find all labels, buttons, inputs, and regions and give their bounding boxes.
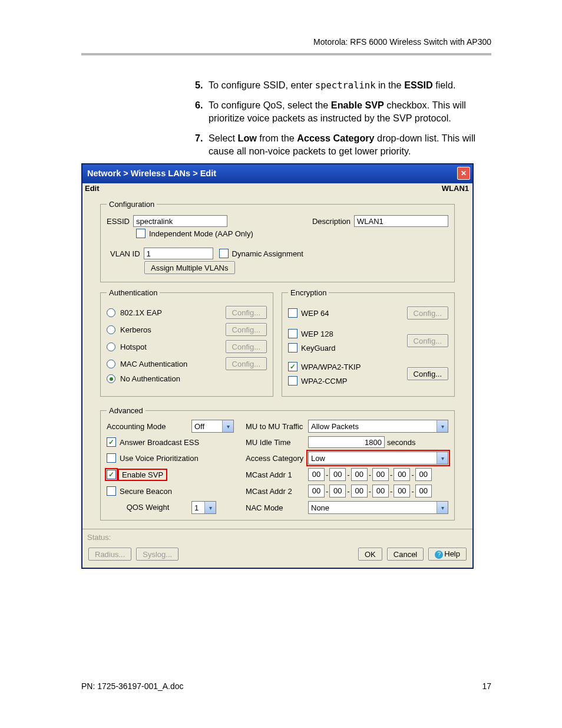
status-label: Status: (82, 529, 472, 543)
chevron-down-icon: ▾ (222, 420, 233, 432)
instruction-list: 5. To configure SSID, enter spectralink … (195, 79, 491, 164)
wep128-label: WEP 128 (301, 330, 333, 338)
close-button[interactable]: ✕ (457, 167, 470, 180)
dynamic-assignment-label: Dynamic Assignment (232, 249, 303, 258)
nac-mode-select[interactable]: None▾ (308, 501, 448, 514)
description-input[interactable] (354, 215, 448, 227)
wep64-config-button[interactable]: Config... (407, 307, 448, 319)
auth-none-radio[interactable] (107, 374, 115, 383)
wpa-tkip-label: WPA/WPA2-TKIP (301, 363, 361, 371)
step-number: 7. (195, 132, 209, 158)
edit-wlan-dialog: Network > Wireless LANs > Edit ✕ Edit WL… (81, 163, 474, 569)
secure-beacon-label: Secure Beacon (120, 487, 172, 496)
secure-beacon-checkbox[interactable] (107, 486, 116, 496)
auth-mac-label: MAC Authentication (120, 360, 187, 368)
access-category-label: Access Category (236, 454, 306, 463)
enable-svp-label: Enable SVP (120, 470, 166, 479)
mu-idle-unit: seconds (387, 438, 415, 447)
qos-weight-select[interactable]: 1▾ (191, 501, 216, 514)
enable-svp-checkbox[interactable]: ✓ (107, 470, 116, 479)
subheader: Edit WLAN1 (82, 183, 472, 193)
auth-mac-radio[interactable] (107, 360, 115, 368)
wpa-tkip-checkbox[interactable]: ✓ (288, 362, 297, 371)
vlan-id-input[interactable] (144, 248, 213, 259)
auth-hotspot-config-button[interactable]: Config... (226, 340, 267, 353)
wpa-config-button[interactable]: Config... (407, 367, 448, 380)
step-number: 5. (195, 79, 209, 92)
step-number: 6. (195, 99, 209, 125)
header-rule (81, 53, 491, 55)
answer-broadcast-label: Answer Broadcast ESS (120, 438, 199, 447)
answer-broadcast-checkbox[interactable]: ✓ (107, 437, 116, 447)
qos-weight-label: QOS Weight (107, 503, 189, 512)
dialog-footer: Radius... Syslog... OK Cancel ?Help (82, 543, 472, 568)
instruction-item: 5. To configure SSID, enter spectralink … (195, 79, 491, 92)
accounting-mode-select[interactable]: Off▾ (191, 420, 234, 433)
instruction-item: 6. To configure QoS, select the Enable S… (195, 99, 491, 125)
description-label: Description (312, 217, 351, 226)
auth-none-label: No Authentication (120, 374, 180, 383)
wep128-config-button[interactable]: Config... (407, 334, 448, 347)
accounting-mode-label: Accounting Mode (107, 422, 189, 431)
advanced-group: Advanced Accounting Mode Off▾ MU to MU T… (100, 406, 455, 521)
mcast2-input[interactable]: 00- 00- 00- 00- 00- 00 (308, 485, 448, 498)
encryption-legend: Encryption (288, 288, 329, 297)
doc-footer-filename: PN: 1725-36197-001_A.doc (81, 681, 184, 691)
authentication-group: Authentication 802.1X EAP Config... Kerb… (100, 288, 273, 397)
auth-8021x-config-button[interactable]: Config... (226, 306, 267, 319)
keyguard-checkbox[interactable] (288, 343, 297, 353)
doc-header: Motorola: RFS 6000 Wireless Switch with … (313, 37, 491, 47)
mcast1-label: MCast Addr 1 (236, 470, 306, 479)
access-category-select[interactable]: Low▾ (308, 452, 448, 465)
step-text: To configure QoS, select the Enable SVP … (209, 99, 491, 125)
chevron-down-icon: ▾ (437, 420, 448, 432)
chevron-down-icon: ▾ (437, 502, 448, 513)
voice-prioritization-label: Use Voice Prioritization (120, 454, 199, 463)
edit-label: Edit (85, 184, 100, 193)
auth-hotspot-radio[interactable] (107, 342, 115, 351)
step-text: To configure SSID, enter spectralink in … (209, 79, 491, 92)
independent-mode-label: Independent Mode (AAP Only) (149, 229, 253, 238)
essid-input[interactable] (133, 215, 227, 227)
advanced-legend: Advanced (107, 406, 146, 415)
encryption-group: Encryption WEP 64 Config... WEP 128 KeyG… (282, 288, 455, 397)
auth-hotspot-label: Hotspot (120, 342, 147, 351)
voice-prioritization-checkbox[interactable] (107, 453, 116, 463)
wep64-label: WEP 64 (301, 309, 329, 318)
chevron-down-icon: ▾ (437, 452, 448, 464)
mu-to-mu-select[interactable]: Allow Packets▾ (308, 420, 448, 433)
syslog-button[interactable]: Syslog... (136, 548, 178, 561)
vlan-id-label: VLAN ID (110, 249, 140, 258)
mcast1-input[interactable]: 00- 00- 00- 00- 00- 00 (308, 468, 448, 481)
auth-kerberos-config-button[interactable]: Config... (226, 323, 267, 336)
help-button[interactable]: ?Help (428, 548, 467, 561)
keyguard-label: KeyGuard (301, 344, 336, 353)
auth-mac-config-button[interactable]: Config... (226, 357, 267, 370)
radius-button[interactable]: Radius... (88, 548, 131, 561)
page-number: 17 (482, 681, 491, 691)
auth-8021x-radio[interactable] (107, 308, 115, 317)
configuration-group: Configuration ESSID Description Independ… (100, 200, 455, 282)
cancel-button[interactable]: Cancel (387, 548, 424, 561)
wep64-checkbox[interactable] (288, 308, 297, 318)
instruction-item: 7. Select Low from the Access Category d… (195, 132, 491, 158)
breadcrumb: Network > Wireless LANs > Edit (87, 169, 457, 178)
auth-8021x-label: 802.1X EAP (120, 308, 162, 317)
mcast2-label: MCast Addr 2 (236, 487, 306, 496)
title-bar: Network > Wireless LANs > Edit ✕ (82, 164, 472, 183)
ok-button[interactable]: OK (358, 548, 382, 561)
mu-idle-input[interactable] (308, 436, 385, 448)
independent-mode-checkbox[interactable] (136, 229, 146, 238)
dynamic-assignment-checkbox[interactable] (219, 249, 229, 258)
step-text: Select Low from the Access Category drop… (209, 132, 491, 158)
nac-mode-label: NAC Mode (236, 503, 306, 512)
wpa2-ccmp-checkbox[interactable] (288, 376, 297, 386)
wep128-checkbox[interactable] (288, 329, 297, 338)
auth-kerberos-label: Kerberos (120, 325, 151, 334)
auth-kerberos-radio[interactable] (107, 325, 115, 334)
wlan-name-label: WLAN1 (442, 184, 469, 193)
authentication-legend: Authentication (107, 288, 160, 297)
chevron-down-icon: ▾ (204, 502, 216, 513)
assign-multiple-vlans-button[interactable]: Assign Multiple VLANs (144, 261, 235, 274)
configuration-legend: Configuration (107, 200, 157, 209)
